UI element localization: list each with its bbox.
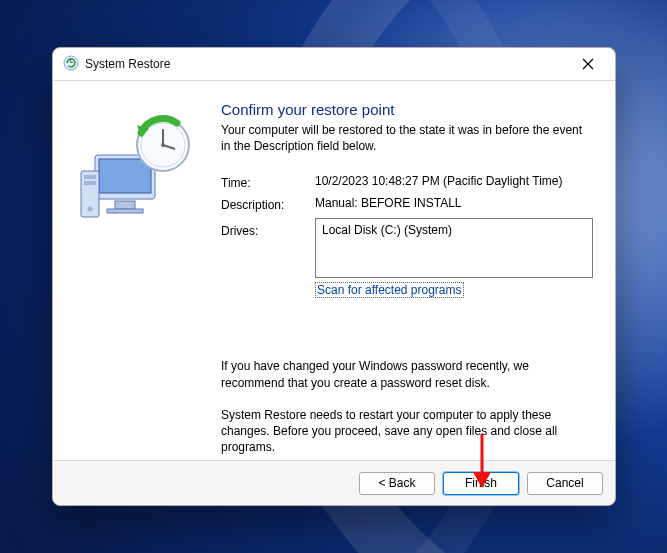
drives-label: Drives: (221, 218, 309, 238)
dialog-body: Confirm your restore point Your computer… (53, 81, 615, 460)
svg-rect-6 (107, 209, 143, 213)
svg-rect-5 (115, 201, 135, 209)
svg-rect-2 (70, 62, 73, 63)
page-intro: Your computer will be restored to the st… (221, 122, 593, 154)
password-note: If you have changed your Windows passwor… (221, 358, 581, 390)
svg-point-15 (161, 143, 165, 147)
description-value: Manual: BEFORE INSTALL (315, 196, 593, 210)
cancel-button[interactable]: Cancel (527, 472, 603, 495)
drives-listbox[interactable]: Local Disk (C:) (System) (315, 218, 593, 278)
app-icon (63, 55, 79, 74)
restore-point-fields: Time: 10/2/2023 10:48:27 PM (Pacific Day… (221, 174, 593, 298)
page-heading: Confirm your restore point (221, 101, 593, 118)
finish-button[interactable]: Finish (443, 472, 519, 495)
time-label: Time: (221, 174, 309, 190)
svg-point-10 (88, 207, 93, 212)
close-icon (582, 58, 594, 70)
titlebar: System Restore (53, 48, 615, 81)
wizard-sidebar (53, 81, 221, 460)
svg-rect-8 (84, 175, 96, 179)
svg-rect-4 (99, 159, 151, 193)
system-restore-icon (77, 109, 197, 229)
time-value: 10/2/2023 10:48:27 PM (Pacific Daylight … (315, 174, 593, 188)
svg-rect-9 (84, 181, 96, 185)
system-restore-dialog: System Restore (52, 47, 616, 506)
wizard-content: Confirm your restore point Your computer… (221, 81, 615, 460)
wizard-footer: < Back Finish Cancel (53, 460, 615, 505)
drive-entry[interactable]: Local Disk (C:) (System) (322, 223, 586, 237)
window-title: System Restore (79, 57, 567, 71)
close-button[interactable] (567, 50, 609, 78)
restart-note: System Restore needs to restart your com… (221, 407, 581, 456)
scan-affected-programs-link[interactable]: Scan for affected programs (315, 282, 464, 298)
description-label: Description: (221, 196, 309, 212)
back-button[interactable]: < Back (359, 472, 435, 495)
